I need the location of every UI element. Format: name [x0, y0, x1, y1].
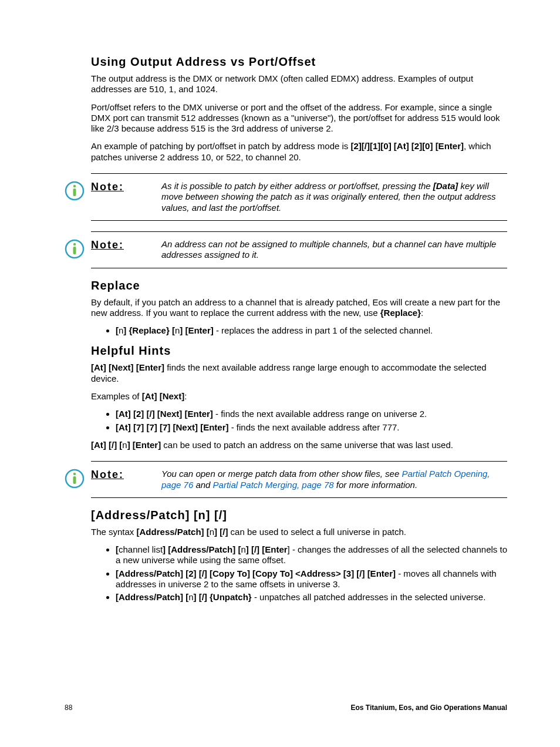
paragraph: An example of patching by port/offset in…: [91, 141, 507, 163]
paragraph: [At] [Next] [Enter] finds the next avail…: [91, 362, 507, 384]
svg-rect-5: [73, 247, 76, 254]
paragraph: The syntax [Address/Patch] [n] [/] can b…: [91, 527, 507, 537]
svg-point-1: [73, 185, 76, 187]
note-body: You can open or merge patch data from ot…: [161, 469, 507, 490]
info-icon: [65, 469, 85, 489]
svg-point-7: [73, 473, 76, 475]
svg-rect-2: [73, 189, 76, 196]
note-label: Note:: [91, 181, 161, 193]
list-item: [At] [2] [/] [Next] [Enter] - finds the …: [116, 409, 507, 419]
list-item: [n] {Replace} [n] [Enter] - replaces the…: [116, 325, 507, 336]
list-item: [channel list] [Address/Patch] [n] [/] […: [116, 544, 507, 566]
page-footer: 88 Eos Titanium, Eos, and Gio Operations…: [65, 704, 507, 712]
paragraph: Port/offset refers to the DMX universe o…: [91, 102, 507, 134]
note-label: Note:: [91, 239, 161, 251]
paragraph: The output address is the DMX or network…: [91, 73, 507, 95]
paragraph: By default, if you patch an address to a…: [91, 297, 507, 319]
list-item: [Address/Patch] [n] [/] {Unpatch} - unpa…: [116, 592, 507, 603]
list-item: [At] [7] [7] [7] [Next] [Enter] - finds …: [116, 422, 507, 433]
paragraph: [At] [/] [n] [Enter] can be used to patc…: [91, 440, 507, 450]
info-icon: [65, 181, 85, 201]
manual-title: Eos Titanium, Eos, and Gio Operations Ma…: [351, 704, 507, 712]
heading-address-patch: [Address/Patch] [n] [/]: [91, 509, 507, 522]
link-partial-patch-merging[interactable]: Partial Patch Merging, page 78: [213, 480, 334, 490]
svg-rect-8: [73, 476, 76, 484]
heading-helpful-hints: Helpful Hints: [91, 344, 507, 358]
paragraph: Examples of [At] [Next]:: [91, 391, 507, 402]
info-icon: [65, 239, 85, 259]
svg-point-4: [73, 243, 76, 245]
note-body: As it is possible to patch by either add…: [161, 181, 507, 213]
page: Using Output Address vs Port/Offset The …: [0, 0, 560, 747]
note-block: Note: As it is possible to patch by eith…: [65, 173, 507, 221]
heading-replace: Replace: [91, 279, 507, 292]
heading-output-address: Using Output Address vs Port/Offset: [91, 55, 507, 69]
note-body: An address can not be assigned to multip…: [161, 239, 507, 261]
list-item: [Address/Patch] [2] [/] [Copy To] [Copy …: [116, 568, 507, 590]
note-block: Note: An address can not be assigned to …: [65, 231, 507, 268]
note-label: Note:: [91, 469, 161, 481]
note-block: Note: You can open or merge patch data f…: [65, 461, 507, 498]
page-number: 88: [65, 704, 72, 712]
